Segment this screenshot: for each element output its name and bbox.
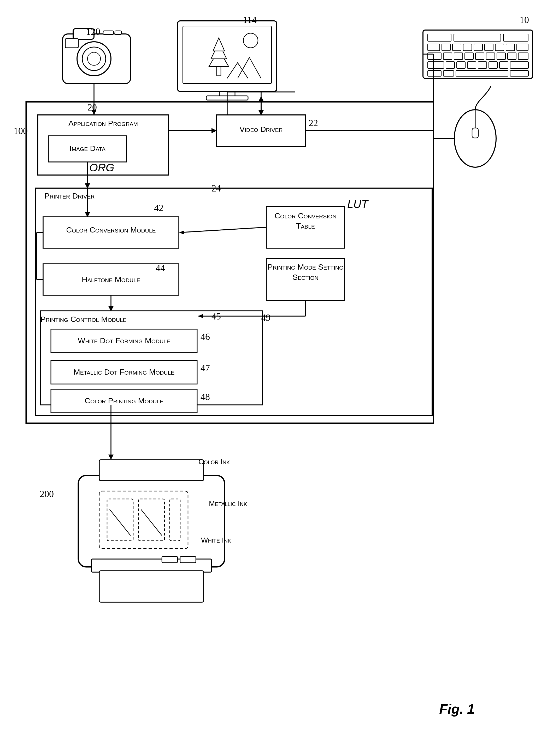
svg-rect-22 <box>442 44 450 51</box>
svg-rect-9 <box>183 26 271 84</box>
ref-44: 44 <box>156 263 165 274</box>
svg-rect-44 <box>489 62 497 68</box>
svg-marker-96 <box>108 306 113 312</box>
svg-rect-48 <box>443 71 454 76</box>
svg-rect-39 <box>428 62 444 68</box>
svg-rect-34 <box>475 53 484 60</box>
svg-rect-45 <box>499 62 508 68</box>
svg-rect-67 <box>78 475 225 567</box>
svg-marker-12 <box>211 43 227 59</box>
color-conversion-module-label: Color Conversion Module <box>43 225 179 235</box>
svg-rect-7 <box>115 31 122 35</box>
white-ink-label: White Ink <box>201 536 231 545</box>
svg-rect-53 <box>472 128 478 138</box>
ref-46: 46 <box>201 331 210 342</box>
svg-line-78 <box>141 509 162 536</box>
svg-rect-19 <box>454 34 501 41</box>
svg-rect-8 <box>177 21 277 91</box>
ref-48: 48 <box>201 391 210 402</box>
printing-mode-setting-label: Printing Mode Setting Section <box>266 262 345 282</box>
svg-rect-41 <box>457 62 465 68</box>
svg-point-2 <box>77 42 111 76</box>
svg-rect-21 <box>428 44 440 51</box>
svg-rect-74 <box>107 499 133 541</box>
svg-point-51 <box>454 110 496 167</box>
svg-rect-25 <box>474 44 482 51</box>
svg-marker-99 <box>198 314 203 318</box>
color-ink-label: Color Ink <box>199 457 230 467</box>
ref-24: 24 <box>212 183 221 194</box>
org-label: ORG <box>89 161 114 174</box>
color-printing-module-label: Color Printing Module <box>51 396 197 406</box>
svg-rect-73 <box>99 491 188 549</box>
svg-rect-30 <box>428 53 441 60</box>
svg-rect-68 <box>99 460 204 481</box>
svg-marker-94 <box>179 230 184 234</box>
svg-rect-0 <box>63 34 131 84</box>
svg-point-3 <box>82 47 106 71</box>
svg-rect-31 <box>443 53 452 60</box>
svg-marker-13 <box>213 38 225 51</box>
svg-rect-47 <box>428 71 441 76</box>
svg-marker-89 <box>85 212 90 217</box>
ref-200: 200 <box>40 488 54 499</box>
svg-rect-5 <box>65 39 78 48</box>
svg-rect-24 <box>463 44 472 51</box>
svg-line-93 <box>180 227 266 232</box>
diagram: 10 120 114 100 20 22 24 LUT ORG 42 44 49… <box>0 0 553 756</box>
svg-rect-28 <box>506 44 515 51</box>
svg-rect-43 <box>478 62 487 68</box>
svg-rect-17 <box>423 30 533 78</box>
svg-rect-40 <box>446 62 455 68</box>
white-dot-forming-label: White Dot Forming Module <box>51 335 197 346</box>
svg-rect-35 <box>486 53 495 60</box>
ref-120: 120 <box>86 26 100 37</box>
svg-marker-82 <box>212 128 217 133</box>
svg-rect-49 <box>456 71 508 76</box>
svg-rect-15 <box>219 91 235 96</box>
svg-point-14 <box>243 33 258 48</box>
svg-rect-26 <box>485 44 493 51</box>
svg-rect-6 <box>103 31 113 35</box>
svg-rect-23 <box>453 44 461 51</box>
ref-22: 22 <box>309 118 318 129</box>
svg-rect-58 <box>35 188 432 415</box>
figure-label: Fig. 1 <box>439 701 475 717</box>
printing-control-module-label: Printing Control Module <box>41 314 132 324</box>
svg-marker-86 <box>258 96 264 101</box>
svg-rect-27 <box>495 44 504 51</box>
halftone-module-label: Halftone Module <box>43 274 179 284</box>
svg-rect-70 <box>99 571 204 602</box>
svg-rect-32 <box>454 53 463 60</box>
lut-label: LUT <box>347 198 368 211</box>
video-driver-label: Video Driver <box>217 124 306 134</box>
svg-rect-42 <box>467 62 476 68</box>
svg-rect-69 <box>91 559 212 572</box>
svg-rect-50 <box>510 71 529 76</box>
ref-42: 42 <box>154 202 163 213</box>
svg-rect-37 <box>507 53 516 60</box>
svg-marker-111 <box>258 110 264 116</box>
svg-marker-101 <box>108 455 113 460</box>
svg-rect-75 <box>138 499 164 541</box>
svg-rect-29 <box>517 44 528 51</box>
svg-marker-11 <box>209 50 229 67</box>
ref-114: 114 <box>243 14 257 25</box>
svg-rect-63 <box>41 311 262 405</box>
ref-45: 45 <box>212 311 221 322</box>
ref-49: 49 <box>261 312 270 323</box>
ref-100: 100 <box>14 125 28 136</box>
svg-rect-18 <box>428 34 451 41</box>
svg-rect-71 <box>162 556 177 563</box>
svg-rect-20 <box>503 34 528 41</box>
svg-point-4 <box>87 52 100 65</box>
svg-rect-46 <box>510 62 529 68</box>
svg-rect-38 <box>518 53 528 60</box>
svg-line-77 <box>110 509 131 536</box>
svg-rect-72 <box>180 556 196 563</box>
svg-marker-84 <box>85 183 90 189</box>
ref-47: 47 <box>201 362 210 373</box>
svg-rect-10 <box>217 65 221 76</box>
ref-10: 10 <box>520 14 529 25</box>
printer-driver-label: Printer Driver <box>45 191 123 201</box>
